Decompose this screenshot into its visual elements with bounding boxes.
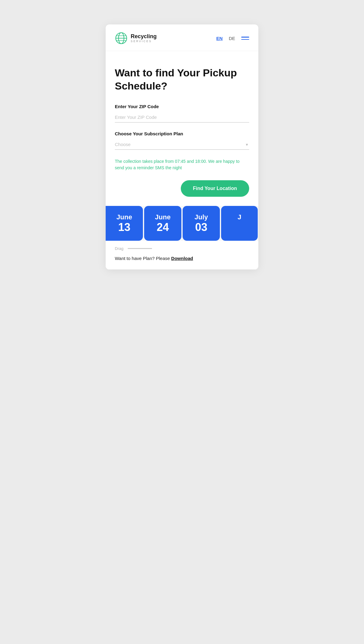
- download-link[interactable]: Download: [171, 256, 193, 261]
- app-container: Recycling SERVICES EN DE Want to find Yo…: [106, 24, 258, 269]
- date-card-0-month: June: [114, 213, 134, 221]
- hamburger-line-1: [241, 37, 249, 38]
- download-row: Want to have Plan? Please Download: [115, 256, 249, 261]
- download-text-prefix: Want to have Plan? Please: [115, 256, 171, 261]
- logo-text: Recycling SERVICES: [131, 34, 157, 43]
- lang-de-button[interactable]: DE: [229, 36, 235, 41]
- drag-bar[interactable]: [128, 248, 152, 249]
- date-card-2-month: July: [191, 213, 211, 221]
- subscription-select-wrapper: Choose ▾: [115, 139, 249, 150]
- zip-input[interactable]: [115, 112, 249, 123]
- hamburger-menu-button[interactable]: [241, 37, 249, 40]
- date-cards-section: June 13 June 24 July 03 J Drag W: [106, 206, 258, 269]
- logo-area: Recycling SERVICES: [115, 32, 157, 45]
- date-card-0[interactable]: June 13: [106, 206, 143, 241]
- date-card-1-month: June: [153, 213, 173, 221]
- date-card-1-day: 24: [153, 221, 173, 233]
- date-card-1[interactable]: June 24: [144, 206, 181, 241]
- drag-section: Drag Want to have Plan? Please Download: [106, 241, 258, 269]
- hamburger-line-2: [241, 39, 249, 40]
- info-text: The collection takes place from 07:45 an…: [115, 158, 249, 171]
- page-title: Want to find Your Pickup Schedule?: [115, 66, 249, 92]
- zip-label: Enter Your ZIP Code: [115, 104, 249, 109]
- find-location-button[interactable]: Find Your Location: [181, 180, 249, 197]
- date-card-3-month: J: [230, 213, 249, 221]
- logo-title: Recycling: [131, 34, 157, 40]
- header-nav: EN DE: [216, 36, 249, 41]
- drag-label: Drag: [115, 246, 123, 251]
- date-card-3-partial[interactable]: J: [221, 206, 258, 241]
- main-content: Want to find Your Pickup Schedule? Enter…: [106, 51, 258, 206]
- date-card-0-day: 13: [114, 221, 134, 233]
- subscription-select[interactable]: Choose: [115, 139, 249, 149]
- logo-subtitle: SERVICES: [131, 40, 157, 43]
- drag-row: Drag: [115, 246, 249, 251]
- date-card-2[interactable]: July 03: [183, 206, 220, 241]
- zip-form-group: Enter Your ZIP Code: [115, 104, 249, 123]
- lang-en-button[interactable]: EN: [216, 36, 223, 41]
- date-card-2-day: 03: [191, 221, 211, 233]
- app-header: Recycling SERVICES EN DE: [106, 24, 258, 51]
- date-cards-row: June 13 June 24 July 03 J: [106, 206, 258, 241]
- logo-icon: [115, 32, 128, 45]
- subscription-form-group: Choose Your Subscription Plan Choose ▾: [115, 131, 249, 150]
- subscription-label: Choose Your Subscription Plan: [115, 131, 249, 136]
